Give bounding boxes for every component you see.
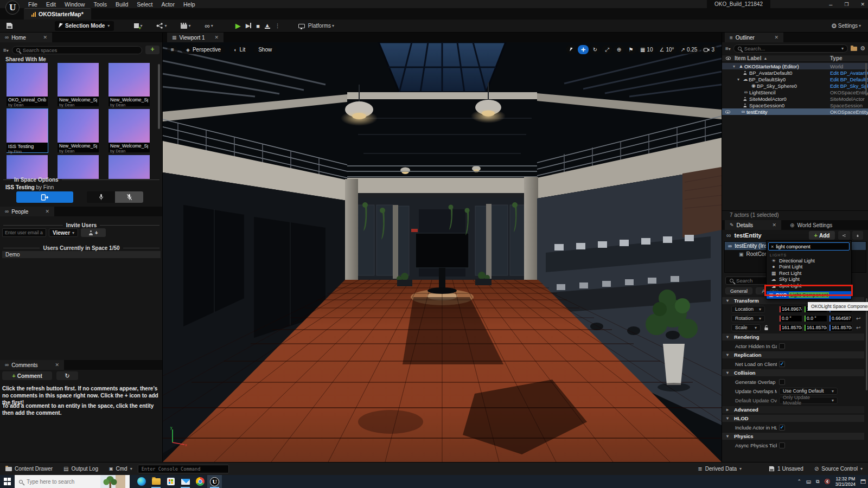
tray-volume-muted-icon[interactable]: 🔇 <box>825 479 831 484</box>
camera-speed-button[interactable]: 3 <box>701 45 717 54</box>
scale-y-field[interactable]: 161.85704 <box>804 324 827 331</box>
menu-edit[interactable]: Edit <box>42 1 60 8</box>
taskbar-search-box[interactable] <box>15 475 130 488</box>
outliner-row-okostartermap[interactable]: ▾ ▲ OKOStarterMap (Editor) World <box>722 63 868 69</box>
menu-file[interactable]: File <box>24 1 42 8</box>
actor-hidden-checkbox[interactable] <box>779 343 785 349</box>
row-type-link[interactable]: Edit BP_Sky_Sphe <box>830 83 868 89</box>
outliner-row-avatar[interactable]: BP_AvatarDefault0 Edit BP_AvatarDe <box>722 69 868 76</box>
taskbar-edge-icon[interactable] <box>134 475 149 488</box>
taskbar-chrome-icon[interactable] <box>193 475 207 488</box>
invite-role-dropdown[interactable]: Viewer▾ <box>49 228 78 237</box>
oko-menu-button[interactable]: ∞▾ <box>202 23 215 29</box>
restore-button[interactable]: ❐ <box>844 2 848 7</box>
unreal-logo-icon[interactable]: U <box>5 1 20 15</box>
start-button[interactable] <box>0 475 15 488</box>
section-rendering[interactable]: ▾Rendering <box>722 333 864 341</box>
section-collision[interactable]: ▾Collision <box>722 369 864 376</box>
location-x-field[interactable]: 164.896744 <box>779 306 802 313</box>
tray-chevron-icon[interactable]: ⌃ <box>797 479 802 484</box>
component-search-box[interactable]: × <box>768 242 850 251</box>
dropdown-item-directional-light[interactable]: ☀ Directional Light <box>767 258 851 264</box>
space-card-selected[interactable]: ISS Testingby Finn <box>7 109 48 152</box>
update-overlaps-dropdown[interactable]: Use Config Default▾ <box>779 388 838 395</box>
play-options-button[interactable]: ⋮ <box>275 23 280 29</box>
menu-window[interactable]: Window <box>60 1 89 8</box>
close-icon[interactable]: ✕ <box>55 362 59 368</box>
tab-details[interactable]: ✎ Details ✕ <box>725 220 781 230</box>
row-type-link[interactable]: Edit BP_AvatarDe <box>830 70 868 76</box>
menu-actor[interactable]: Actor <box>157 1 179 8</box>
mic-on-button[interactable] <box>87 191 115 203</box>
space-card[interactable]: OKO_Unreal_Onbo...by Dean <box>7 63 48 106</box>
menu-tools[interactable]: Tools <box>89 1 111 8</box>
overlap-events-checkbox[interactable] <box>779 379 785 385</box>
outliner-row-spacesession[interactable]: SpaceSession0 SpaceSession <box>722 102 868 108</box>
add-actor-button[interactable]: +▾ <box>131 23 145 28</box>
scale-z-field[interactable]: 161.85704 <box>829 324 852 331</box>
taskbar-search-input[interactable] <box>27 479 86 485</box>
clear-search-icon[interactable]: × <box>771 244 774 249</box>
details-scrollbar[interactable] <box>866 298 867 390</box>
close-icon[interactable]: ✕ <box>774 35 778 40</box>
unsaved-button[interactable]: 1 Unsaved <box>763 463 809 476</box>
outliner-search-box[interactable]: ▾ <box>733 44 848 53</box>
location-dropdown[interactable]: Location▾ <box>731 306 765 313</box>
section-hlod[interactable]: ▾HLOD <box>722 415 864 422</box>
tray-display-icon[interactable]: ⧉ <box>816 479 819 485</box>
select-tool-button[interactable] <box>566 45 577 54</box>
close-button[interactable]: ✕ <box>860 2 865 7</box>
new-folder-icon[interactable] <box>851 47 857 51</box>
add-comment-button[interactable]: + Comment <box>2 371 52 380</box>
space-card[interactable]: New_Welcome_Sp...by Dean <box>108 109 150 152</box>
leave-space-button[interactable] <box>16 191 73 203</box>
column-item-label[interactable]: Item Label <box>735 55 761 61</box>
reset-scale-button[interactable]: ↩ <box>856 325 860 331</box>
outliner-row-lightstencil[interactable]: ∞ LightStencil OKOSpaceEntity <box>722 89 868 95</box>
space-card[interactable]: New_Welcome_Sp...by Dean <box>58 63 99 106</box>
taskbar-unreal-icon[interactable]: U <box>207 475 222 488</box>
outliner-row-sitemodel[interactable]: SiteModelActor0 SiteModelActor <box>722 95 868 102</box>
close-icon[interactable]: ✕ <box>43 35 47 40</box>
mic-muted-button[interactable] <box>115 191 143 203</box>
rotation-snap-button[interactable]: ∠10° <box>656 45 676 54</box>
settings-dropdown[interactable]: ⚙ Settings▾ <box>828 22 864 30</box>
output-log-button[interactable]: ▤ Output Log <box>58 463 104 476</box>
taskbar-mail-icon[interactable] <box>178 475 193 488</box>
grid-snap-button[interactable]: ▦10 <box>637 45 656 54</box>
component-search-input[interactable] <box>776 244 841 249</box>
taskbar-clock[interactable]: 12:32 PM 3/21/2024 <box>835 476 856 487</box>
outliner-row-skysphere[interactable]: ◉ BP_Sky_Sphere0 Edit BP_Sky_Sphe <box>722 82 868 89</box>
rotate-tool-button[interactable]: ↻ <box>590 45 601 54</box>
notification-center-icon[interactable]: 🗖 <box>860 479 866 485</box>
add-space-button[interactable]: + <box>145 46 159 54</box>
spaces-scrollbar[interactable] <box>158 64 160 129</box>
column-type[interactable]: Type <box>830 55 843 61</box>
viewport-options-button[interactable]: ≡ <box>167 45 178 54</box>
move-tool-button[interactable]: ✛ <box>578 45 589 54</box>
close-icon[interactable]: ✕ <box>45 209 49 214</box>
refresh-comments-button[interactable]: ↻ <box>56 371 78 380</box>
user-row-demo[interactable]: Demo <box>2 251 161 258</box>
scale-snap-button[interactable]: ↗0.25 <box>678 45 700 54</box>
space-card[interactable] <box>7 155 48 179</box>
rotation-y-field[interactable]: 0.0 ° <box>804 315 827 322</box>
dropdown-item-point-light[interactable]: ● Point Light <box>767 264 851 271</box>
invite-user-button[interactable]: + <box>81 228 106 237</box>
visibility-eye-icon[interactable] <box>725 110 730 113</box>
outliner-row-testentity-selected[interactable]: ∞ testEntity OKOSpaceEntity <box>722 108 868 115</box>
outliner-search-input[interactable] <box>744 46 839 52</box>
dropdown-item-rect-light[interactable]: ▦ Rect Light <box>767 270 851 277</box>
source-control-button[interactable]: ⊘ Source Control▾ <box>809 463 868 476</box>
search-spaces-input[interactable] <box>23 47 138 53</box>
taskbar-explorer-icon[interactable] <box>149 475 163 488</box>
blueprints-button[interactable]: ▾ <box>154 23 169 29</box>
eject-button[interactable]: ▲ <box>265 23 270 29</box>
async-physics-checkbox[interactable] <box>779 442 785 448</box>
derived-data-button[interactable]: ≣ Derived Data▾ <box>692 463 747 476</box>
world-space-button[interactable]: ⊕ <box>614 45 624 54</box>
space-card[interactable]: New_Welcome_Sp...by Dean <box>58 109 99 152</box>
skip-button[interactable]: ▶ <box>246 22 251 29</box>
menu-select[interactable]: Select <box>132 1 157 8</box>
tab-home[interactable]: ∞ Home ✕ <box>0 33 52 42</box>
